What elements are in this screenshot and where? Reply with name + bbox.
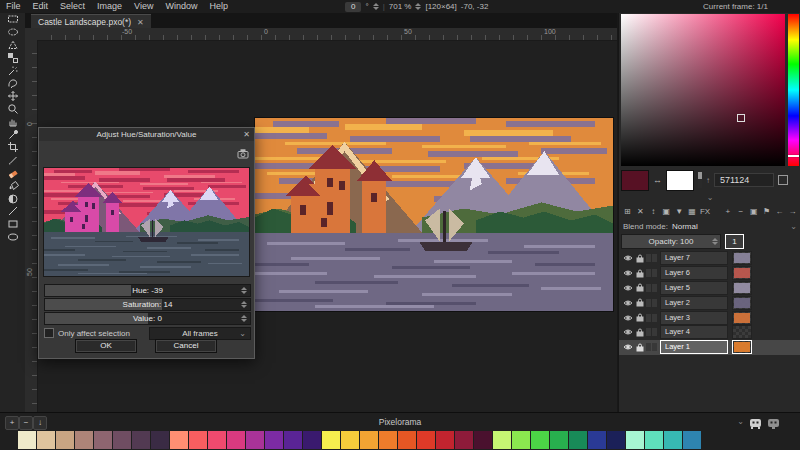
tool-zoom[interactable] <box>0 103 25 116</box>
layer-row[interactable]: Layer 7 <box>619 251 800 266</box>
swap-colors-icon[interactable]: ↔ <box>653 175 662 185</box>
lock-icon[interactable] <box>634 282 646 294</box>
pixel-art-canvas[interactable] <box>255 118 613 311</box>
adjust-hsv-dialog[interactable]: Adjust Hue/Saturation/Value ✕ Hue: -39 S… <box>38 127 255 359</box>
eye-icon[interactable] <box>622 282 634 294</box>
palette-swatch[interactable] <box>37 431 55 449</box>
palette-swatch[interactable] <box>132 431 150 449</box>
tool-rectangle[interactable] <box>0 218 25 231</box>
palette-swatch[interactable] <box>569 431 587 449</box>
add-frame-button[interactable]: + <box>721 205 734 218</box>
palette-swatch[interactable] <box>664 431 682 449</box>
palette-swatch[interactable] <box>607 431 625 449</box>
tool-color-picker[interactable] <box>0 128 25 141</box>
blend-mode-dropdown[interactable]: Normal <box>672 222 698 231</box>
palette-swatch[interactable] <box>531 431 549 449</box>
tab-castle-landscape[interactable]: Castle Landscape.pxo(*) ✕ <box>31 14 151 29</box>
cel-thumbnail[interactable] <box>732 325 752 339</box>
palette-swatch[interactable] <box>56 431 74 449</box>
layer-row-selected[interactable]: Layer 1 <box>619 340 800 355</box>
palette-swatch[interactable] <box>151 431 169 449</box>
layer-row[interactable]: Layer 4 <box>619 325 800 340</box>
palette-swatch[interactable] <box>189 431 207 449</box>
cel-options-button[interactable] <box>652 343 657 351</box>
menu-select[interactable]: Select <box>54 0 91 13</box>
delete-layer-button[interactable]: ✕ <box>634 205 647 218</box>
palette-swatch[interactable] <box>436 431 454 449</box>
palette-swatch[interactable] <box>208 431 226 449</box>
tool-select-by-color[interactable] <box>0 51 25 64</box>
arrow-up-icon[interactable]: ↑ <box>706 176 710 185</box>
rotation-spinbox[interactable]: 0 <box>345 2 361 12</box>
cel-thumbnail[interactable] <box>732 296 752 310</box>
hex-color-input[interactable]: 571124 <box>714 173 774 187</box>
cancel-button[interactable]: Cancel <box>155 339 217 353</box>
palette-swatch[interactable] <box>588 431 606 449</box>
eye-icon[interactable] <box>622 326 634 338</box>
palette-swatch[interactable] <box>645 431 663 449</box>
palette-name-label[interactable]: Pixelorama <box>0 415 800 429</box>
menu-window[interactable]: Window <box>159 0 203 13</box>
palette-swatch[interactable] <box>683 431 701 449</box>
tool-pencil[interactable] <box>0 154 25 167</box>
palette-swatch[interactable] <box>474 431 492 449</box>
palette-dropdown-chevron[interactable]: ⌄ <box>737 415 744 429</box>
eye-icon[interactable] <box>622 297 634 309</box>
tool-bucket[interactable] <box>0 179 25 192</box>
palette-swatch[interactable] <box>284 431 302 449</box>
ok-button[interactable]: OK <box>75 339 137 353</box>
merge-layer-button[interactable]: ▼ <box>673 205 686 218</box>
layer-name-button[interactable]: Layer 3 <box>660 311 728 325</box>
secondary-color-swatch[interactable] <box>666 170 694 191</box>
add-layer-button[interactable]: ⊞ <box>621 205 634 218</box>
layer-row[interactable]: Layer 2 <box>619 295 800 310</box>
hue-spinner[interactable] <box>241 287 247 294</box>
layer-name-button[interactable]: Layer 6 <box>660 266 728 280</box>
cel-options-button[interactable] <box>652 314 657 322</box>
clone-frame-button[interactable]: ▣ <box>747 205 760 218</box>
value-spinner[interactable] <box>241 315 247 322</box>
opacity-spinner[interactable] <box>712 238 718 245</box>
eye-icon[interactable] <box>622 312 634 324</box>
cel-thumbnail[interactable] <box>732 251 752 265</box>
layer-name-button[interactable]: Layer 4 <box>660 325 728 339</box>
remove-frame-button[interactable]: − <box>734 205 747 218</box>
chevron-down-icon[interactable]: ⌄ <box>790 222 797 231</box>
preview-snapshot-icon[interactable] <box>237 145 249 163</box>
zoom-spinbox[interactable]: 701 % <box>389 2 412 11</box>
tool-magic-wand[interactable] <box>0 64 25 77</box>
tool-eraser[interactable] <box>0 167 25 180</box>
hue-slider-handle[interactable] <box>788 155 799 157</box>
tool-line[interactable] <box>0 205 25 218</box>
lock-icon[interactable] <box>634 326 646 338</box>
group-layer-button[interactable]: ▦ <box>686 205 699 218</box>
primary-color-swatch[interactable] <box>621 170 649 191</box>
palette-swatch[interactable] <box>360 431 378 449</box>
cel-options-button[interactable] <box>652 269 657 277</box>
tool-pan[interactable] <box>0 115 25 128</box>
palette-swatch[interactable] <box>18 431 36 449</box>
link-cel-button[interactable] <box>646 314 651 322</box>
tool-move[interactable] <box>0 90 25 103</box>
frame-tag-button[interactable]: ⚑ <box>760 205 773 218</box>
lock-icon[interactable] <box>634 252 646 264</box>
layer-row[interactable]: Layer 5 <box>619 281 800 296</box>
cel-thumbnail[interactable] <box>732 340 752 354</box>
palette-swatch[interactable] <box>455 431 473 449</box>
cel-thumbnail[interactable] <box>732 266 752 280</box>
tool-shading[interactable] <box>0 192 25 205</box>
palette-swatch[interactable] <box>493 431 511 449</box>
dialog-title-bar[interactable]: Adjust Hue/Saturation/Value ✕ <box>39 128 254 141</box>
palette-swatch[interactable] <box>265 431 283 449</box>
move-frame-left-button[interactable]: ← <box>773 205 786 218</box>
link-cel-button[interactable] <box>646 328 651 336</box>
palette-swatch[interactable] <box>512 431 530 449</box>
palette-swatch[interactable] <box>417 431 435 449</box>
rotation-spinner[interactable] <box>373 3 379 10</box>
palette-swatch[interactable] <box>626 431 644 449</box>
palette-swatch[interactable] <box>113 431 131 449</box>
palette-swatch[interactable] <box>379 431 397 449</box>
palette-swatch[interactable] <box>246 431 264 449</box>
menu-view[interactable]: View <box>128 0 159 13</box>
vertical-ruler[interactable]: 0 50 <box>25 40 38 412</box>
